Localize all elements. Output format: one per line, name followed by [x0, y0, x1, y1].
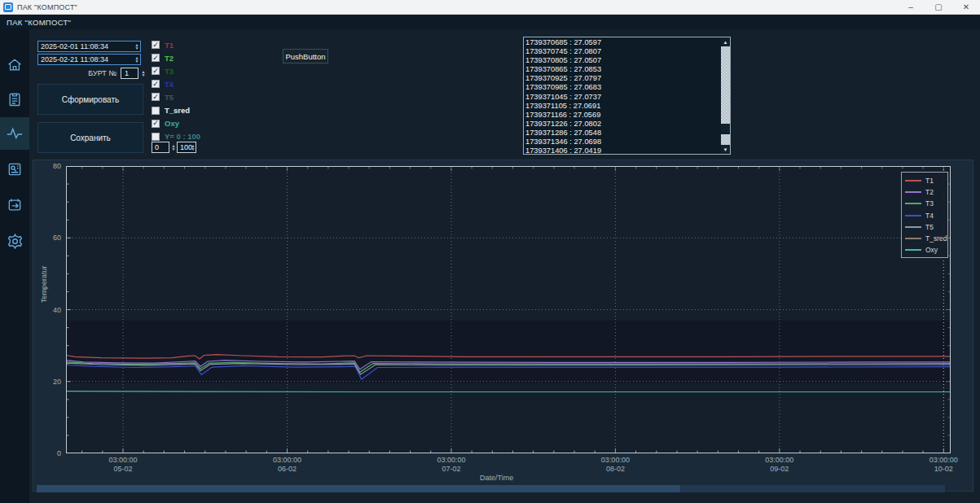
series-checkbox-T4[interactable]: ✓T4: [152, 77, 200, 90]
date-from-input[interactable]: [37, 41, 141, 52]
sidebar-item-report[interactable]: [0, 83, 29, 116]
x-tick-label: 03:00:0007-02: [423, 456, 480, 474]
y-min-spinner[interactable]: ▲▼: [170, 142, 177, 153]
list-scrollbar[interactable]: ▲ ▼: [721, 37, 730, 154]
window-title: ПАК "КОМПОСТ": [17, 3, 77, 11]
list-item[interactable]: 1739371045 : 27.0737: [525, 93, 720, 102]
gear-icon: [7, 233, 24, 250]
date-from-spinner[interactable]: ▲▼: [134, 41, 140, 52]
temperature-chart[interactable]: [66, 166, 951, 453]
list-item[interactable]: 1739371226 : 27.0802: [525, 120, 720, 129]
checkbox-label: T_sred: [165, 106, 190, 115]
list-item[interactable]: 1739370805 : 27.0507: [525, 56, 720, 65]
date-to-input[interactable]: [37, 54, 141, 65]
legend-label: T5: [925, 223, 934, 231]
horizontal-scrollbar[interactable]: [37, 485, 945, 492]
y-tick-label: 80: [45, 162, 61, 170]
x-tick-label: 03:00:0006-02: [259, 456, 316, 474]
generate-button[interactable]: Сформировать: [37, 84, 143, 115]
sidebar-item-home[interactable]: [0, 49, 29, 81]
checkbox-unchecked-icon[interactable]: [152, 133, 160, 141]
list-item[interactable]: 1739370925 : 27.0797: [525, 74, 720, 83]
sidebar-item-schedule[interactable]: [0, 189, 29, 221]
burt-number-spinner[interactable]: ▲▼: [140, 68, 147, 79]
close-button[interactable]: ✕: [952, 0, 980, 14]
checkbox-label: T2: [165, 54, 174, 63]
os-titlebar: ПАК "КОМПОСТ" – ▢ ✕: [0, 0, 980, 15]
checkbox-label: T3: [165, 67, 174, 76]
burt-number-label: БУРТ №: [49, 69, 116, 77]
legend-label: T1: [925, 177, 934, 185]
series-checkbox-T_sred[interactable]: T_sred: [152, 103, 200, 116]
maximize-button[interactable]: ▢: [925, 0, 952, 14]
sidebar-item-journal[interactable]: [0, 153, 29, 186]
data-list-items: 1739370685 : 27.05971739370745 : 27.0807…: [525, 38, 720, 153]
chart-legend: T1T2T3T4T5T_sredOxy: [901, 172, 948, 258]
series-checkbox-list: ✓T1✓T2✓T3✓T4✓T5T_sred✓OxyY= 0 : 100: [152, 38, 200, 143]
y-min-input[interactable]: 0: [152, 142, 169, 153]
legend-line-swatch: [905, 215, 921, 217]
horizontal-scroll-thumb[interactable]: [37, 485, 680, 492]
x-tick-label: 03:00:0008-02: [587, 456, 644, 474]
checkbox-label: T4: [165, 80, 174, 89]
list-item[interactable]: 1739371105 : 27.0691: [525, 102, 720, 111]
series-checkbox-T5[interactable]: ✓T5: [152, 90, 200, 103]
home-icon: [7, 57, 23, 73]
sidebar-item-activity[interactable]: [0, 117, 29, 150]
legend-line-swatch: [905, 249, 921, 251]
date-to-spinner[interactable]: ▲▼: [134, 54, 140, 65]
legend-entry-T2: T2: [905, 186, 944, 198]
minimize-button[interactable]: –: [897, 0, 925, 14]
legend-entry-T_sred: T_sred: [905, 233, 944, 244]
scroll-up-icon[interactable]: ▲: [721, 37, 730, 46]
checkbox-checked-icon[interactable]: ✓: [152, 120, 160, 128]
checkbox-checked-icon[interactable]: ✓: [152, 41, 160, 49]
save-button[interactable]: Сохранить: [37, 122, 143, 153]
legend-line-swatch: [905, 180, 921, 182]
list-item[interactable]: 1739371286 : 27.0548: [525, 129, 720, 138]
list-item[interactable]: 1739371406 : 27.0419: [525, 147, 720, 153]
list-item[interactable]: 1739370865 : 27.0853: [525, 65, 720, 74]
list-item[interactable]: 1739371346 : 27.0698: [525, 138, 720, 147]
list-item[interactable]: 1739370745 : 27.0807: [525, 47, 720, 56]
scroll-down-icon[interactable]: ▼: [721, 145, 730, 154]
series-checkbox-Oxy[interactable]: ✓Oxy: [152, 117, 200, 130]
checkbox-checked-icon[interactable]: ✓: [152, 54, 160, 62]
checkbox-checked-icon[interactable]: ✓: [152, 67, 160, 75]
x-tick-label: 03:00:0010-02: [915, 456, 972, 474]
scroll-thumb[interactable]: [721, 124, 730, 134]
legend-line-swatch: [905, 238, 921, 239]
app-window: ПАК "КОМПОСТ" – ▢ ✕ ПАК "КОМПОСТ": [0, 0, 980, 503]
activity-icon: [6, 125, 24, 142]
list-item[interactable]: 1739370685 : 27.0597: [525, 38, 720, 47]
journal-search-icon: [7, 161, 23, 177]
y-tick-label: 20: [45, 378, 61, 386]
push-button[interactable]: PushButton: [283, 49, 328, 63]
legend-entry-T3: T3: [905, 198, 944, 209]
list-item[interactable]: 1739370985 : 27.0683: [525, 83, 720, 92]
checkbox-label: T5: [165, 93, 174, 102]
legend-label: T2: [925, 188, 934, 196]
legend-entry-Oxy: Oxy: [905, 244, 944, 256]
y-axis-title: Temperatur: [40, 265, 48, 303]
calendar-arrow-icon: [7, 197, 23, 213]
sidebar-item-settings[interactable]: [0, 225, 29, 257]
burt-number-input[interactable]: 1: [121, 68, 138, 79]
legend-entry-T5: T5: [905, 221, 944, 233]
checkbox-label: Y= 0 : 100: [165, 132, 200, 141]
chart-panel: Temperatur 020406080 03:00:0005-0203:00:…: [33, 160, 973, 492]
data-listbox[interactable]: 1739370685 : 27.05971739370745 : 27.0807…: [523, 37, 731, 155]
sidebar: [0, 29, 29, 503]
checkbox-checked-icon[interactable]: ✓: [152, 80, 160, 88]
y-max-spinner[interactable]: ▲▼: [190, 142, 196, 153]
series-checkbox-T2[interactable]: ✓T2: [152, 51, 200, 64]
y-tick-label: 60: [45, 234, 61, 242]
checkbox-unchecked-icon[interactable]: [152, 107, 160, 115]
legend-label: Oxy: [925, 246, 938, 254]
legend-entry-T1: T1: [905, 175, 944, 186]
series-checkbox-T3[interactable]: ✓T3: [152, 64, 200, 77]
series-checkbox-T1[interactable]: ✓T1: [152, 38, 200, 51]
list-item[interactable]: 1739371166 : 27.0569: [525, 111, 720, 120]
checkbox-checked-icon[interactable]: ✓: [152, 93, 160, 101]
clipboard-icon: [7, 91, 23, 107]
